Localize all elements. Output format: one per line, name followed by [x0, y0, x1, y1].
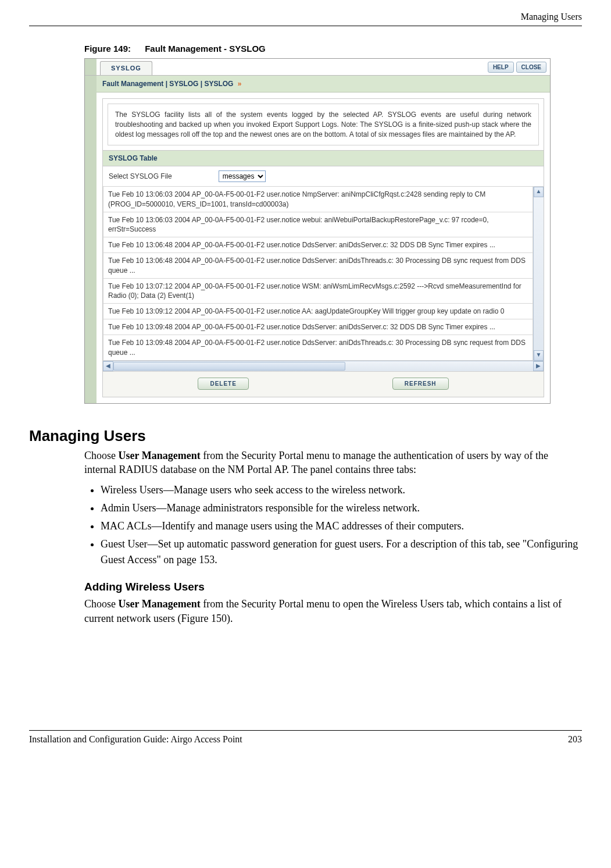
- tab-syslog[interactable]: SYSLOG: [100, 61, 152, 75]
- log-entry: Tue Feb 10 13:06:48 2004 AP_00-0A-F5-00-…: [103, 237, 533, 253]
- footer-page-number: 203: [568, 734, 582, 745]
- syslog-table-header: SYSLOG Table: [103, 150, 544, 166]
- page-footer: Installation and Configuration Guide: Ai…: [29, 730, 582, 745]
- help-button[interactable]: HELP: [488, 62, 514, 73]
- text: Choose: [84, 450, 119, 461]
- log-entry: Tue Feb 10 13:09:48 2004 AP_00-0A-F5-00-…: [103, 319, 533, 335]
- refresh-button[interactable]: REFRESH: [392, 378, 449, 390]
- log-entry: Tue Feb 10 13:09:48 2004 AP_00-0A-F5-00-…: [103, 335, 533, 360]
- close-button[interactable]: CLOSE: [516, 62, 546, 73]
- horizontal-scrollbar[interactable]: ◀ ▶: [103, 361, 544, 371]
- vertical-scrollbar[interactable]: ▲ ▼: [533, 187, 544, 360]
- body-paragraph: Choose User Management from the Security…: [84, 597, 582, 625]
- list-item: Wireless Users—Manage users who seek acc…: [101, 482, 582, 498]
- subsection-heading: Adding Wireless Users: [84, 581, 582, 593]
- bullet-list: Wireless Users—Manage users who seek acc…: [84, 482, 582, 568]
- log-entry: Tue Feb 10 13:09:12 2004 AP_00-0A-F5-00-…: [103, 304, 533, 319]
- figure-caption: Figure 149: Fault Management - SYSLOG: [84, 44, 582, 54]
- running-header: Managing Users: [29, 12, 582, 26]
- body-paragraph: Choose User Management from the Security…: [84, 449, 582, 477]
- scroll-left-icon[interactable]: ◀: [103, 361, 113, 371]
- breadcrumb-arrow-icon: »: [238, 80, 242, 88]
- side-strip: [85, 76, 97, 403]
- section-heading: Managing Users: [29, 427, 582, 445]
- scroll-track[interactable]: [113, 361, 533, 371]
- scroll-up-icon[interactable]: ▲: [534, 187, 544, 197]
- footer-left: Installation and Configuration Guide: Ai…: [29, 734, 242, 745]
- syslog-description: The SYSLOG facility lists all of the sys…: [108, 104, 539, 145]
- side-strip: [85, 59, 97, 75]
- breadcrumb: Fault Management | SYSLOG | SYSLOG »: [97, 76, 550, 93]
- scroll-down-icon[interactable]: ▼: [534, 350, 544, 361]
- bold-text: User Management: [119, 598, 201, 610]
- list-item: MAC ACLs—Identify and manage users using…: [101, 518, 582, 534]
- scroll-right-icon[interactable]: ▶: [533, 361, 544, 371]
- log-entry: Tue Feb 10 13:06:03 2004 AP_00-0A-F5-00-…: [103, 187, 533, 212]
- text: Choose: [84, 598, 119, 610]
- select-label: Select SYSLOG File: [109, 172, 172, 180]
- list-item: Admin Users—Manage administrators respon…: [101, 500, 582, 516]
- syslog-screenshot: SYSLOG HELP CLOSE Fault Management | SYS…: [84, 58, 551, 404]
- figure-number: Figure 149:: [84, 44, 131, 54]
- list-item: Guest User—Set up automatic password gen…: [101, 536, 582, 568]
- bold-text: User Management: [119, 450, 201, 461]
- log-entry: Tue Feb 10 13:06:48 2004 AP_00-0A-F5-00-…: [103, 253, 533, 278]
- log-entry: Tue Feb 10 13:06:03 2004 AP_00-0A-F5-00-…: [103, 212, 533, 237]
- delete-button[interactable]: DELETE: [198, 378, 248, 390]
- syslog-file-select[interactable]: messages: [219, 170, 266, 182]
- breadcrumb-text: Fault Management | SYSLOG | SYSLOG: [102, 80, 233, 88]
- log-scroll-region: Tue Feb 10 13:06:03 2004 AP_00-0A-F5-00-…: [103, 187, 544, 360]
- log-entry: Tue Feb 10 13:07:12 2004 AP_00-0A-F5-00-…: [103, 279, 533, 304]
- figure-title: Fault Management - SYSLOG: [145, 44, 266, 54]
- scroll-thumb[interactable]: [113, 362, 345, 371]
